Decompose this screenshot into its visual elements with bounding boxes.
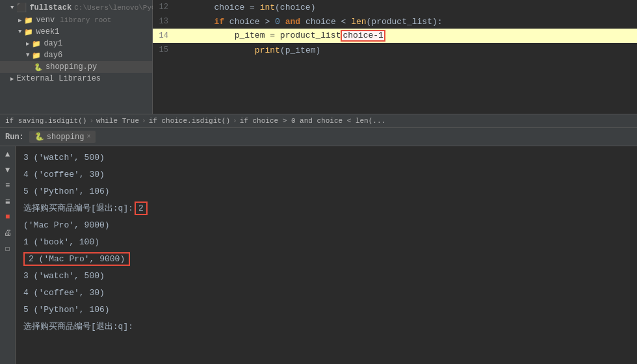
sidebar-item-fullstack[interactable]: ▼ ⬛ fullstack C:\Users\lenovo\PyCharm [0, 1, 152, 14]
day6-label: day6 [44, 51, 62, 60]
console-line-3: 5 ('Python', 106) [23, 183, 629, 200]
run-tab-close[interactable]: × [86, 133, 90, 140]
expand-arrow-week1: ▼ [18, 29, 21, 35]
sidebar-item-external[interactable]: ▶ External Libraries [0, 73, 152, 84]
console: ▲ ▼ ≡ ≣ ■ 🖨 ☐ 3 ('watch', 500) 4 ('coffe… [0, 146, 637, 364]
console-line-4: 选择购买商品编号[退出:q]:2 [23, 200, 629, 216]
console-line-6: 1 ('book', 100) [23, 233, 629, 250]
sidebar-item-day1[interactable]: ▶ 📁 day1 [0, 38, 152, 49]
line-num-13: 13 [153, 17, 174, 26]
breadcrumb-sep-3: › [233, 117, 237, 125]
code-line-15: 15 print(p_item) [153, 43, 637, 57]
breadcrumb-sep-2: › [142, 117, 146, 125]
expand-arrow-ext: ▶ [10, 75, 14, 83]
console-text-5: ('Mac Pro', 9000) [23, 220, 110, 230]
run-tab-label: shopping [47, 133, 84, 142]
console-line-8: 3 ('watch', 500) [23, 267, 629, 284]
expand-arrow-icon: ▼ [10, 5, 14, 11]
shopping-icon: 🐍 [34, 132, 44, 142]
day1-label: day1 [44, 39, 62, 48]
breadcrumb-item-2: while True [96, 117, 139, 125]
breadcrumb-sep-1: › [89, 117, 94, 125]
console-line-11: 选择购买商品编号[退出:q]: [23, 318, 629, 335]
shopping-label: shopping.py [46, 62, 97, 72]
toolbar-up-icon[interactable]: ▲ [2, 149, 14, 161]
console-prompt-1: 选择购买商品编号[退出:q]: [23, 202, 133, 214]
line-num-15: 15 [153, 46, 174, 55]
console-line-9: 4 ('coffee', 30) [23, 284, 629, 301]
toolbar-list-icon[interactable]: ≡ [2, 180, 14, 192]
line-num-12: 12 [153, 3, 174, 12]
sidebar-item-day6[interactable]: ▼ 📁 day6 [0, 49, 152, 61]
file-icon-shopping: 🐍 [34, 63, 43, 72]
week1-label: week1 [36, 27, 59, 36]
line-num-14: 14 [153, 31, 174, 40]
console-line-5: ('Mac Pro', 9000) [23, 216, 629, 233]
console-text-8: 3 ('watch', 500) [23, 271, 105, 281]
venv-suffix: library root [60, 16, 111, 24]
console-line-7: 2 ('Mac Pro', 9000) [23, 250, 629, 267]
console-toolbar: ▲ ▼ ≡ ≣ ■ 🖨 ☐ [0, 146, 16, 364]
sidebar: ▼ ⬛ fullstack C:\Users\lenovo\PyCharm ▶ … [0, 0, 153, 114]
breadcrumb-item-4: if choice > 0 and choice < len(... [240, 117, 385, 125]
toolbar-lines-icon[interactable]: ≣ [2, 196, 14, 207]
console-line-2: 4 ('coffee', 30) [23, 166, 629, 183]
run-bar: Run: 🐍 shopping × [0, 128, 637, 146]
console-text-1: 3 ('watch', 500) [23, 153, 105, 162]
console-text-10: 5 ('Python', 106) [23, 305, 110, 315]
folder-icon-day6: 📁 [32, 51, 41, 60]
folder-icon-week1: 📁 [24, 28, 33, 36]
run-label: Run: [5, 133, 24, 142]
folder-icon-day1: 📁 [32, 40, 41, 48]
folder-icon-venv: 📁 [24, 16, 33, 25]
sidebar-item-shopping[interactable]: 🐍 shopping.py [0, 61, 152, 73]
console-line-10: 5 ('Python', 106) [23, 301, 629, 318]
console-input-box-1: 2 [135, 202, 148, 215]
breadcrumb-item-1: if saving.isdigit() [5, 117, 86, 125]
console-line-1: 3 ('watch', 500) [23, 149, 629, 166]
console-text-3: 5 ('Python', 106) [23, 187, 110, 196]
console-highlighted-item: 2 ('Mac Pro', 9000) [23, 252, 130, 266]
toolbar-clear-icon[interactable]: ☐ [2, 242, 14, 254]
code-editor[interactable]: 12 choice = int(choice) 13 if choice > 0… [153, 0, 637, 114]
expand-arrow-day1: ▶ [26, 40, 29, 47]
toolbar-print-icon[interactable]: 🖨 [2, 227, 14, 239]
console-prompt-2: 选择购买商品编号[退出:q]: [23, 320, 133, 332]
console-text-2: 4 ('coffee', 30) [23, 170, 105, 179]
breadcrumb-item-3: if choice.isdigit() [149, 117, 230, 125]
run-tab-shopping[interactable]: 🐍 shopping × [29, 131, 96, 143]
console-text-6: 1 ('book', 100) [23, 237, 99, 247]
top-section: ▼ ⬛ fullstack C:\Users\lenovo\PyCharm ▶ … [0, 0, 637, 114]
project-icon: ⬛ [16, 3, 27, 13]
toolbar-down-icon[interactable]: ▼ [2, 164, 14, 176]
console-text-9: 4 ('coffee', 30) [23, 288, 105, 298]
expand-arrow-day6: ▼ [26, 52, 29, 58]
toolbar-stop-icon[interactable]: ■ [2, 211, 14, 223]
venv-label: venv [36, 16, 55, 25]
sidebar-item-venv[interactable]: ▶ 📁 venv library root [0, 14, 152, 26]
expand-arrow-venv: ▶ [18, 17, 21, 24]
line-content-15: print(p_item) [174, 36, 637, 65]
sidebar-item-week1[interactable]: ▼ 📁 week1 [0, 26, 152, 38]
console-output: 3 ('watch', 500) 4 ('coffee', 30) 5 ('Py… [16, 146, 637, 364]
external-lib-label: External Libraries [16, 74, 101, 83]
breadcrumb: if saving.isdigit() › while True › if ch… [0, 114, 637, 128]
project-label: fullstack [29, 3, 72, 12]
